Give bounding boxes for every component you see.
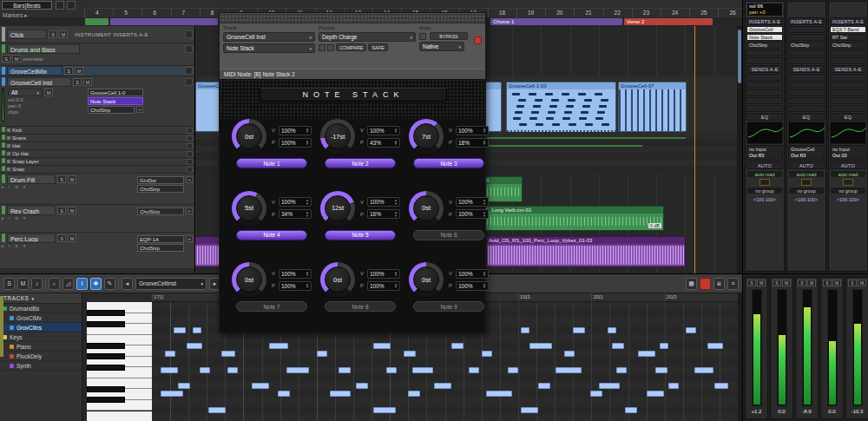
spinner-input[interactable]: 100%▲▼ — [279, 126, 312, 135]
fader-value[interactable]: 0.0 — [828, 409, 835, 417]
midi-note[interactable] — [660, 343, 668, 349]
send-slot[interactable] — [746, 105, 783, 112]
pitch-knob[interactable]: 0st — [409, 262, 444, 297]
mute-button[interactable]: M — [12, 55, 21, 62]
clip-groovecell-1-03[interactable]: GrooveCell 1-03 — [506, 82, 616, 132]
white-key[interactable] — [87, 411, 152, 421]
solo-button[interactable]: S — [848, 280, 857, 286]
black-key[interactable] — [87, 386, 125, 392]
solo-safe-button[interactable] — [843, 179, 853, 186]
pitch-knob[interactable]: -17st — [320, 119, 355, 154]
level-meter[interactable] — [827, 289, 838, 406]
track-row-click[interactable]: Click S M INSTRUMENT INSERTS A-E — [0, 26, 194, 43]
eq-curve-display[interactable] — [746, 122, 783, 144]
level-meter[interactable] — [752, 289, 762, 406]
spinner-input[interactable]: 100%▲▼ — [279, 138, 312, 148]
pitch-knob[interactable]: 0st — [320, 262, 355, 297]
eq-curve-display[interactable] — [788, 122, 825, 144]
track-row-rev-crash[interactable]: Rev Crash S M ▸ ▪ ≋ ▾ ChclStrp+ — [0, 205, 194, 233]
solo-button[interactable]: S — [2, 55, 10, 62]
spinner-input[interactable]: 100%▲▼ — [367, 197, 400, 207]
insert-slot[interactable] — [187, 143, 193, 149]
processing-selector[interactable]: Native▾ — [419, 42, 464, 51]
track-row-perc-loop[interactable]: Perc Loop S M ▸ ▪ ≋ ▾ EQP-1A+ChclStrp — [0, 233, 194, 269]
preset-selector[interactable]: Depth Charge▾ — [319, 32, 416, 42]
midi-note[interactable] — [278, 391, 290, 397]
track-row-op-hat[interactable]: Op Hat — [0, 150, 194, 158]
midi-note[interactable] — [482, 351, 492, 357]
midi-note[interactable] — [208, 407, 226, 413]
insert-slot[interactable] — [830, 57, 866, 64]
track-name[interactable]: Rev Crash — [7, 206, 56, 215]
editor-track-selector[interactable]: GrooveCellInst▾ — [135, 278, 207, 290]
note-toggle-button[interactable]: Note 9 — [413, 301, 484, 312]
midi-note[interactable] — [252, 383, 269, 389]
track-name[interactable]: Drums and Bass — [7, 44, 80, 54]
level-meter[interactable] — [777, 289, 787, 406]
playhead[interactable] — [694, 26, 695, 273]
solo-button[interactable]: S — [747, 280, 756, 286]
midi-note[interactable] — [269, 343, 288, 349]
midi-note[interactable] — [408, 391, 420, 397]
midi-note[interactable] — [161, 391, 183, 397]
clip-avid-os-rs-100-perc-loop-vybez-01-03[interactable]: Avid_OS_RS_100_Perc_Loop_Vybez_01-03 — [486, 236, 686, 267]
pencil-tool-icon[interactable]: ✎ — [104, 278, 115, 290]
editor-track-item-keys[interactable]: Keys — [0, 332, 82, 342]
pan-readout[interactable]: pan 0 — [8, 103, 84, 109]
midi-note[interactable] — [178, 383, 190, 389]
spinner-arrows-icon[interactable]: ▲▼ — [306, 199, 309, 205]
note-toggle-button[interactable]: Note 6 — [413, 230, 484, 240]
midi-note[interactable] — [608, 327, 616, 333]
spinner-arrows-icon[interactable]: ▲▼ — [306, 140, 309, 146]
midi-note[interactable] — [161, 367, 178, 373]
track-name[interactable]: Drum Fill — [7, 174, 56, 184]
pitch-knob[interactable]: 0st — [232, 262, 266, 297]
send-slot[interactable] — [788, 97, 825, 104]
editor-track-item-drumandbs[interactable]: DrumandBs — [0, 304, 82, 313]
track-row-snap-layer[interactable]: Snap Layer — [0, 158, 194, 166]
midi-note[interactable] — [668, 383, 679, 389]
stereo-pan-readout[interactable]: <100 100> — [830, 195, 866, 203]
automation-mode-button[interactable]: auto read — [746, 170, 783, 178]
midi-note[interactable] — [521, 407, 538, 413]
plugin-track-selector[interactable]: GrooveCell Inst▾ — [223, 32, 315, 42]
insert-slot[interactable] — [187, 167, 193, 173]
solo-button[interactable]: S — [73, 78, 82, 86]
send-slot[interactable] — [830, 97, 866, 104]
add-insert-button[interactable]: + — [136, 106, 143, 113]
insert-plugin-chip[interactable]: Note Stack — [88, 97, 143, 105]
level-meter[interactable] — [802, 289, 812, 406]
spinner-input[interactable]: 100%▲▼ — [367, 269, 400, 279]
send-slot[interactable] — [788, 105, 825, 112]
midi-note[interactable] — [221, 351, 235, 357]
insert-slot[interactable]: ChclStrp — [746, 42, 783, 49]
add-insert-button[interactable]: + — [186, 207, 193, 214]
spinner-arrows-icon[interactable]: ▲▼ — [483, 283, 486, 289]
insert-slot[interactable] — [788, 49, 825, 56]
stereo-pan-readout[interactable]: <100 100> — [788, 195, 825, 203]
link-icon[interactable]: ≣ — [713, 278, 725, 290]
midi-note[interactable] — [529, 343, 552, 349]
note-toggle-button[interactable]: Note 1 — [236, 158, 307, 168]
track-row-hat[interactable]: Hat — [0, 142, 194, 150]
track-row-drums-and-bass[interactable]: Drums and Bass S M overview — [0, 43, 194, 66]
midi-mute-button[interactable]: M — [44, 89, 53, 96]
timeline-marker[interactable]: Verse 2 — [624, 18, 713, 25]
spinner-input[interactable]: 100%▲▼ — [279, 281, 312, 291]
editor-track-item-grovclmx[interactable]: GrovClMx — [0, 313, 82, 323]
volume-readout[interactable]: vol 0.0 — [8, 97, 84, 102]
timeline-marker[interactable] — [85, 18, 108, 25]
spinner-arrows-icon[interactable]: ▲▼ — [483, 271, 486, 277]
fader-value[interactable]: -8.9 — [802, 409, 811, 417]
mute-button[interactable]: M — [83, 78, 92, 86]
note-toggle-button[interactable]: Note 7 — [236, 301, 307, 312]
spinner-arrows-icon[interactable]: ▲▼ — [394, 283, 398, 289]
zoom-tool-icon[interactable]: ⌕ — [49, 278, 60, 290]
edit-vertical-scrollbar[interactable] — [737, 26, 742, 273]
insert-slot[interactable]: RT Sat — [830, 34, 866, 41]
output-path[interactable]: Out 03 — [832, 153, 864, 159]
solo-button[interactable]: S — [57, 207, 66, 214]
midi-note[interactable] — [521, 327, 529, 333]
grabber-tool-icon[interactable]: ✥ — [90, 278, 102, 290]
track-name[interactable]: GrooveCell Inst — [7, 77, 71, 87]
